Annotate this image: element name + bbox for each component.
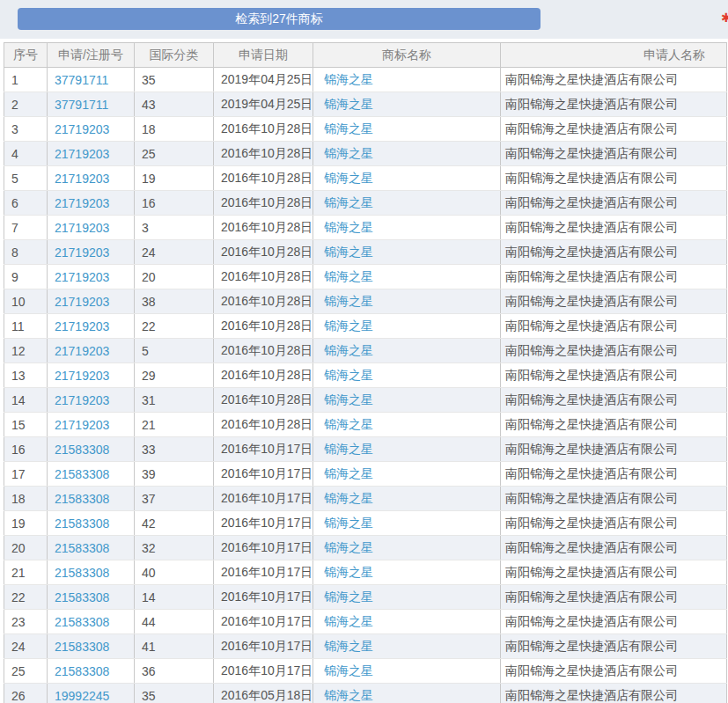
registration-number-cell: 37791711 [48, 68, 135, 92]
index-cell: 5 [4, 166, 48, 191]
applicant-name-cell: 南阳锦海之星快捷酒店有限公司 [501, 610, 727, 634]
table-row: 20 21583308 32 2016年10月17日 锦海之星 南阳锦海之星快捷… [4, 536, 727, 560]
trademark-name-link[interactable]: 锦海之星 [324, 639, 373, 653]
registration-number-link[interactable]: 21583308 [55, 566, 109, 580]
trademark-name-link[interactable]: 锦海之星 [324, 614, 373, 628]
index-cell: 6 [4, 191, 48, 216]
intl-class-cell: 35 [135, 684, 214, 703]
registration-number-cell: 21583308 [48, 511, 135, 536]
table-row: 18 21583308 37 2016年10月17日 锦海之星 南阳锦海之星快捷… [4, 487, 727, 511]
trademark-name-link[interactable]: 锦海之星 [324, 442, 373, 456]
trademark-name-link[interactable]: 锦海之星 [324, 146, 373, 160]
trademark-name-link[interactable]: 锦海之星 [324, 663, 373, 677]
trademark-name-link[interactable]: 锦海之星 [324, 392, 373, 406]
trademark-name-link[interactable]: 锦海之星 [324, 417, 373, 431]
registration-number-link[interactable]: 21719203 [55, 196, 109, 210]
registration-number-link[interactable]: 21719203 [55, 369, 109, 383]
registration-number-link[interactable]: 21719203 [55, 319, 109, 333]
column-header-application-date: 申请日期 [214, 43, 313, 68]
registration-number-link[interactable]: 21583308 [55, 541, 109, 555]
trademark-name-cell: 锦海之星 [313, 216, 501, 240]
trademark-name-link[interactable]: 锦海之星 [324, 688, 373, 702]
registration-number-link[interactable]: 37791711 [55, 98, 108, 112]
search-result-count-button[interactable]: 检索到27件商标 [18, 8, 540, 30]
registration-number-link[interactable]: 21583308 [55, 492, 109, 506]
trademark-name-cell: 锦海之星 [313, 659, 501, 684]
trademark-name-link[interactable]: 锦海之星 [324, 269, 373, 283]
registration-number-link[interactable]: 21583308 [55, 664, 109, 678]
trademark-name-link[interactable]: 锦海之星 [324, 466, 373, 480]
trademark-name-cell: 锦海之星 [313, 314, 501, 339]
registration-number-cell: 21583308 [48, 610, 135, 634]
trademark-name-link[interactable]: 锦海之星 [324, 516, 373, 530]
registration-number-link[interactable]: 21583308 [55, 640, 109, 654]
trademark-name-link[interactable]: 锦海之星 [324, 72, 373, 86]
index-cell: 9 [4, 265, 48, 289]
registration-number-link[interactable]: 21719203 [55, 418, 109, 432]
registration-number-cell: 21719203 [48, 339, 135, 363]
intl-class-cell: 39 [135, 462, 214, 487]
intl-class-cell: 32 [135, 536, 214, 560]
index-cell: 2 [4, 92, 48, 117]
intl-class-cell: 5 [135, 339, 214, 363]
registration-number-link[interactable]: 21719203 [55, 147, 109, 161]
table-row: 13 21719203 29 2016年10月28日 锦海之星 南阳锦海之星快捷… [4, 363, 727, 388]
registration-number-link[interactable]: 21583308 [55, 467, 109, 481]
trademark-name-link[interactable]: 锦海之星 [324, 121, 373, 135]
registration-number-cell: 21583308 [48, 487, 135, 511]
trademark-name-link[interactable]: 锦海之星 [324, 540, 373, 554]
applicant-name-cell: 南阳锦海之星快捷酒店有限公司 [501, 68, 727, 92]
table-row: 5 21719203 19 2016年10月28日 锦海之星 南阳锦海之星快捷酒… [4, 166, 727, 191]
application-date-cell: 2019年04月25日 [214, 92, 313, 117]
trademark-name-link[interactable]: 锦海之星 [324, 294, 373, 308]
index-cell: 16 [4, 437, 48, 462]
application-date-cell: 2016年10月28日 [214, 191, 313, 216]
trademark-name-link[interactable]: 锦海之星 [324, 491, 373, 505]
red-asterisk-icon: ✱ [721, 11, 728, 25]
trademark-name-link[interactable]: 锦海之星 [324, 171, 373, 185]
registration-number-link[interactable]: 21583308 [55, 443, 109, 457]
applicant-name-cell: 南阳锦海之星快捷酒店有限公司 [501, 191, 727, 216]
column-header-registration-no: 申请/注册号 [48, 43, 135, 68]
table-row: 26 19992245 35 2016年05月18日 锦海之星 南阳锦海之星快捷… [4, 684, 727, 703]
registration-number-link[interactable]: 21583308 [55, 516, 109, 531]
trademark-name-link[interactable]: 锦海之星 [324, 368, 373, 382]
trademark-name-link[interactable]: 锦海之星 [324, 319, 373, 333]
table-row: 1 37791711 35 2019年04月25日 锦海之星 南阳锦海之星快捷酒… [4, 68, 727, 92]
registration-number-link[interactable]: 37791711 [55, 73, 108, 87]
registration-number-link[interactable]: 21719203 [55, 122, 109, 136]
registration-number-link[interactable]: 21583308 [55, 590, 109, 604]
registration-number-link[interactable]: 21719203 [55, 245, 109, 260]
trademark-name-link[interactable]: 锦海之星 [324, 565, 373, 579]
trademark-name-link[interactable]: 锦海之星 [324, 97, 373, 111]
registration-number-link[interactable]: 21719203 [55, 393, 109, 407]
registration-number-link[interactable]: 21719203 [55, 344, 109, 358]
intl-class-cell: 3 [135, 216, 214, 240]
table-row: 24 21583308 41 2016年10月17日 锦海之星 南阳锦海之星快捷… [4, 634, 727, 659]
trademark-name-cell: 锦海之星 [313, 487, 501, 511]
intl-class-cell: 37 [135, 487, 214, 511]
intl-class-cell: 38 [135, 289, 214, 314]
index-cell: 23 [4, 610, 48, 634]
trademark-name-link[interactable]: 锦海之星 [324, 220, 373, 234]
column-header-trademark-name: 商标名称 [313, 43, 501, 68]
trademark-name-link[interactable]: 锦海之星 [324, 343, 373, 357]
trademark-name-cell: 锦海之星 [313, 413, 501, 437]
trademark-name-cell: 锦海之星 [313, 511, 501, 536]
trademark-name-link[interactable]: 锦海之星 [324, 589, 373, 604]
registration-number-cell: 21583308 [48, 536, 135, 560]
registration-number-link[interactable]: 21719203 [55, 221, 109, 235]
registration-number-cell: 19992245 [48, 684, 135, 703]
trademark-name-cell: 锦海之星 [313, 437, 501, 462]
index-cell: 10 [4, 289, 48, 314]
trademark-name-link[interactable]: 锦海之星 [324, 195, 373, 209]
registration-number-link[interactable]: 21719203 [55, 172, 109, 186]
registration-number-link[interactable]: 21719203 [55, 295, 109, 309]
registration-number-link[interactable]: 21583308 [55, 615, 109, 629]
registration-number-link[interactable]: 19992245 [55, 689, 109, 703]
applicant-name-cell: 南阳锦海之星快捷酒店有限公司 [501, 240, 727, 265]
registration-number-cell: 21583308 [48, 462, 135, 487]
trademark-name-link[interactable]: 锦海之星 [324, 245, 373, 259]
table-row: 10 21719203 38 2016年10月28日 锦海之星 南阳锦海之星快捷… [4, 289, 727, 314]
registration-number-link[interactable]: 21719203 [55, 270, 109, 284]
